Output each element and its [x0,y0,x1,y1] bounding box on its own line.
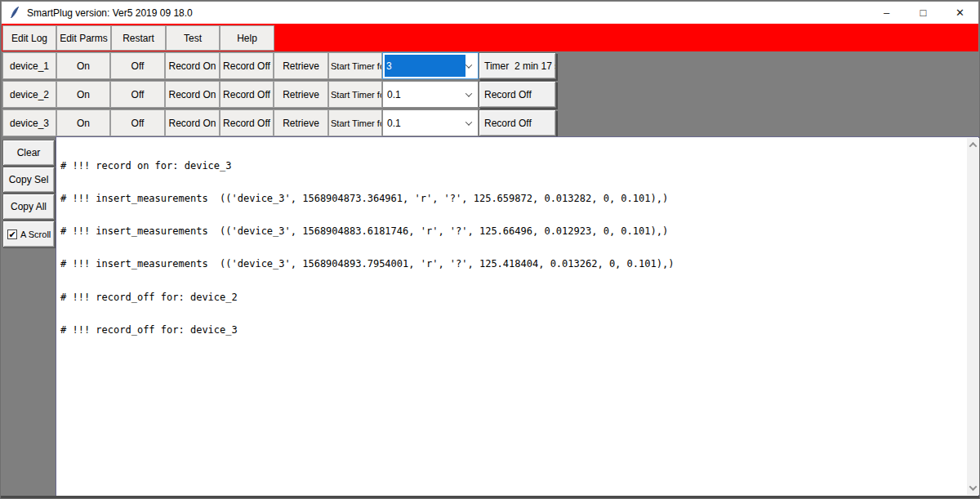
record-on-button[interactable]: Record On [165,52,220,79]
autoscroll-checkbox-frame: ✔ A Scroll [2,221,55,247]
close-button[interactable]: ✕ [942,2,978,24]
chevron-down-icon[interactable] [463,53,474,78]
device-row-2: device_2 On Off Record On Record Off Ret… [2,81,556,108]
chevron-up-icon[interactable] [969,142,978,150]
log-line: # !!! record_off for: device_3 [60,325,964,336]
log-textarea[interactable]: # !!! record on for: device_3 # !!! inse… [56,136,979,497]
clear-button[interactable]: Clear [2,140,55,166]
minimize-button[interactable]: – [868,2,905,24]
test-button[interactable]: Test [166,25,220,51]
log-line: # !!! record on for: device_3 [60,161,964,172]
on-button[interactable]: On [56,81,110,108]
start-timer-label: Start Timer for [328,109,382,136]
off-button[interactable]: Off [110,109,165,136]
log-line: # !!! insert_measurements (('device_3', … [60,194,964,204]
checkmark-icon: ✔ [8,230,16,238]
timer-combobox-value: 3 [385,55,466,77]
record-on-button[interactable]: Record On [165,109,220,136]
app-window: SmartPlug version: Ver5 2019 09 18.0 – □… [0,0,980,499]
timer-status-button[interactable]: Timer 2 min 17 sec [479,52,556,79]
feather-app-icon [9,6,20,20]
log-line: # !!! insert_measurements (('device_3', … [60,226,964,237]
timer-combobox[interactable]: 0.1 [382,81,479,108]
retrieve-button[interactable]: Retrieve [274,109,328,136]
record-on-button[interactable]: Record On [165,81,220,108]
record-off-button[interactable]: Record Off [220,81,274,108]
log-scrollbar[interactable] [967,138,979,495]
copy-all-button[interactable]: Copy All [2,194,55,220]
log-line: # !!! record_off for: device_2 [60,292,964,303]
start-timer-label: Start Timer for [328,81,382,108]
help-button[interactable]: Help [220,25,274,51]
window-controls: – □ ✕ [868,2,978,24]
on-button[interactable]: On [56,109,110,136]
off-button[interactable]: Off [110,52,165,79]
chevron-down-icon[interactable] [969,483,978,491]
device-name-label: device_1 [2,52,56,79]
toolbar: Edit Log Edit Parms Restart Test Help [2,25,274,51]
timer-combobox[interactable]: 0.1 [382,109,479,136]
titlebar: SmartPlug version: Ver5 2019 09 18.0 – □… [2,2,978,24]
edit-log-button[interactable]: Edit Log [2,25,56,51]
window-title: SmartPlug version: Ver5 2019 09 18.0 [27,7,193,19]
timer-combobox[interactable]: 3 [382,52,479,79]
on-button[interactable]: On [56,52,110,79]
start-timer-label: Start Timer for [328,52,382,79]
record-off-button[interactable]: Record Off [220,52,274,79]
log-line: # !!! insert_measurements (('device_3', … [60,259,964,270]
device-row-1: device_1 On Off Record On Record Off Ret… [2,52,556,79]
device-row-3: device_3 On Off Record On Record Off Ret… [2,109,556,136]
log-lines: # !!! record on for: device_3 # !!! inse… [60,139,964,358]
retrieve-button[interactable]: Retrieve [274,52,328,79]
device-name-label: device_2 [2,81,56,108]
device-name-label: device_3 [2,109,56,136]
chevron-down-icon[interactable] [463,82,474,107]
off-button[interactable]: Off [110,81,165,108]
maximize-button[interactable]: □ [905,2,942,24]
chevron-down-icon[interactable] [463,110,474,136]
autoscroll-label: A Scroll [20,229,51,239]
retrieve-button[interactable]: Retrieve [274,81,328,108]
record-off-button[interactable]: Record Off [220,109,274,136]
record-off-status-button[interactable]: Record Off [479,81,556,108]
record-off-status-button[interactable]: Record Off [479,109,556,136]
restart-button[interactable]: Restart [111,25,166,51]
timer-combobox-value: 0.1 [385,83,461,105]
autoscroll-checkbox[interactable]: ✔ [7,229,17,239]
copy-sel-button[interactable]: Copy Sel [2,167,55,193]
edit-parms-button[interactable]: Edit Parms [56,25,111,51]
timer-combobox-value: 0.1 [385,112,461,134]
